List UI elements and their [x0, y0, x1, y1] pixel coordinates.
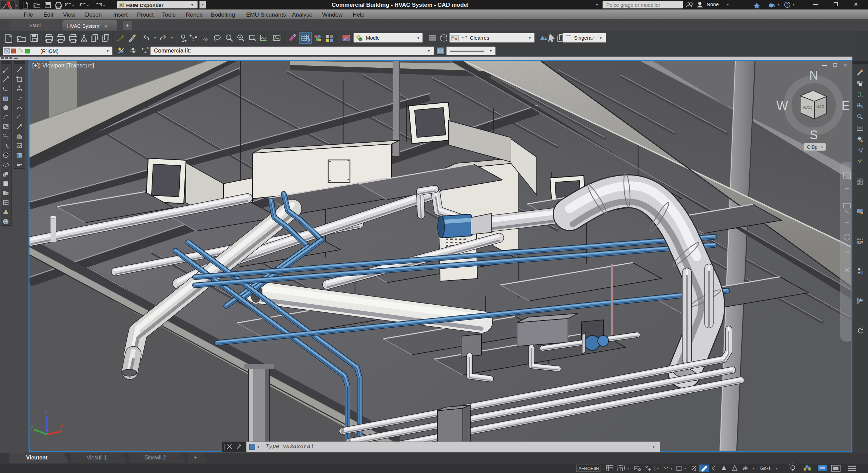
svg-text:X: X	[60, 423, 63, 429]
svg-text:▾: ▾	[657, 467, 659, 470]
svg-text:AFROE6R: AFROE6R	[578, 466, 599, 471]
svg-text:✕: ✕	[820, 145, 824, 149]
svg-text:N: N	[809, 68, 818, 82]
svg-text:▾: ▾	[778, 3, 780, 6]
svg-text:▾: ▾	[793, 3, 794, 6]
svg-text:None: None	[707, 1, 719, 7]
svg-text:NAR: NAR	[816, 105, 824, 109]
svg-text:▾: ▾	[627, 467, 629, 470]
svg-text:▾: ▾	[776, 467, 777, 470]
svg-text:▾: ▾	[753, 467, 754, 470]
svg-text:?: ?	[786, 2, 789, 7]
svg-text:▾: ▾	[171, 36, 173, 40]
svg-text:CIBp: CIBp	[807, 144, 817, 150]
svg-text:W: W	[776, 99, 788, 113]
svg-text:▾: ▾	[727, 3, 729, 6]
svg-text:▾: ▾	[154, 36, 156, 40]
svg-text:E: E	[842, 99, 850, 113]
svg-text:Go-1: Go-1	[760, 466, 771, 471]
svg-text:S: S	[810, 128, 818, 142]
svg-text:Z: Z	[44, 409, 47, 415]
svg-text:▾: ▾	[671, 467, 672, 470]
svg-text:AVS(: AVS(	[803, 105, 812, 110]
svg-text:Y: Y	[30, 424, 34, 430]
svg-text:▾: ▾	[684, 467, 686, 470]
